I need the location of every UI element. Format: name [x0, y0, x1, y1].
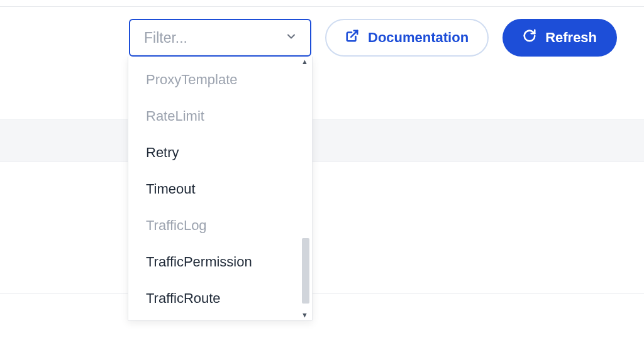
scroll-up-arrow-icon[interactable]: ▲: [301, 58, 308, 65]
svg-line-0: [351, 31, 357, 37]
documentation-label: Documentation: [368, 30, 469, 46]
toolbar: ▲ ProxyTemplateRateLimitRetryTimeoutTraf…: [0, 19, 644, 57]
filter-dropdown: ▲ ProxyTemplateRateLimitRetryTimeoutTraf…: [128, 57, 313, 320]
refresh-label: Refresh: [545, 30, 597, 46]
background-band: [0, 119, 644, 162]
dropdown-option[interactable]: TrafficRoute: [128, 280, 312, 317]
dropdown-option[interactable]: Retry: [128, 134, 312, 171]
dropdown-option[interactable]: TrafficPermission: [128, 244, 312, 280]
filter-input[interactable]: [129, 19, 311, 57]
dropdown-option[interactable]: TrafficTrace: [128, 317, 312, 320]
filter-select[interactable]: ▲ ProxyTemplateRateLimitRetryTimeoutTraf…: [129, 19, 311, 57]
top-divider: [0, 6, 644, 7]
refresh-icon: [523, 29, 536, 47]
dropdown-option[interactable]: Timeout: [128, 171, 312, 207]
refresh-button[interactable]: Refresh: [502, 19, 617, 57]
scrollbar-track[interactable]: [302, 65, 309, 311]
dropdown-option[interactable]: TrafficLog: [128, 207, 312, 244]
scroll-down-arrow-icon[interactable]: ▼: [301, 311, 308, 319]
scrollbar-thumb[interactable]: [302, 238, 309, 304]
documentation-button[interactable]: Documentation: [325, 19, 489, 57]
external-link-icon: [345, 29, 359, 47]
content-divider: [0, 293, 644, 293]
dropdown-option[interactable]: ProxyTemplate: [128, 62, 312, 98]
dropdown-option[interactable]: RateLimit: [128, 98, 312, 134]
